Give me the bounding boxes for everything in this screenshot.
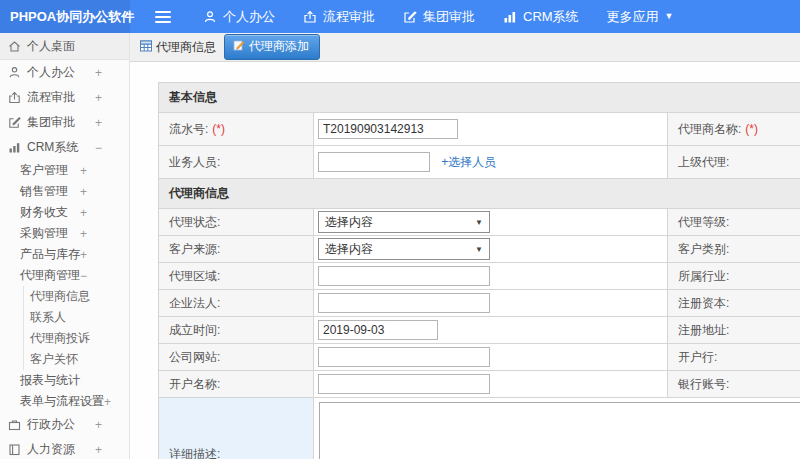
sidebar-item-hr[interactable]: 人力资源 + xyxy=(0,437,129,459)
serial-input[interactable] xyxy=(318,119,458,139)
sidebar-item-purchasing[interactable]: 采购管理 + xyxy=(0,223,129,244)
choose-staff-link[interactable]: +选择人员 xyxy=(441,155,496,169)
sidebar-item-reports-stats[interactable]: 报表与统计 xyxy=(0,370,129,391)
staff-input[interactable] xyxy=(318,152,430,172)
nav-crm-system[interactable]: CRM系统 xyxy=(503,8,579,26)
agent-grade-label: 代理等级: xyxy=(668,209,800,236)
serial-label: 流水号:(*) xyxy=(159,113,314,146)
agent-region-label: 代理区域: xyxy=(159,263,314,290)
agent-status-select[interactable]: 选择内容 ▼ xyxy=(318,211,490,233)
home-icon xyxy=(8,40,21,53)
top-navigation: 个人办公 流程审批 集团审批 CRM系统 更多应用 ▼ xyxy=(203,8,702,26)
nav-more-apps[interactable]: 更多应用 ▼ xyxy=(607,8,674,26)
registered-capital-label: 注册资本: xyxy=(668,290,800,317)
description-textarea[interactable] xyxy=(319,402,800,459)
bank-account-label: 银行账号: xyxy=(668,371,800,398)
sidebar-item-crm-system[interactable]: CRM系统 − xyxy=(0,135,129,160)
legal-person-label: 企业法人: xyxy=(159,290,314,317)
edit-icon xyxy=(8,116,21,129)
section-header-agent-info: 代理商信息 xyxy=(159,179,800,209)
sidebar-item-agent-complaints[interactable]: 代理商投诉 xyxy=(0,328,129,349)
edit-add-icon xyxy=(233,39,245,54)
sidebar-item-group-approval[interactable]: 集团审批 + xyxy=(0,110,129,135)
share-icon xyxy=(303,10,317,24)
tab-agent-info[interactable]: 代理商信息 xyxy=(140,39,216,56)
app-logo: PHPOA协同办公软件 xyxy=(0,0,130,33)
parent-agent-label: 上级代理: xyxy=(668,146,800,179)
agent-status-label: 代理状态: xyxy=(159,209,314,236)
description-label: 详细描述: xyxy=(159,398,314,459)
registered-address-label: 注册地址: xyxy=(668,317,800,344)
hamburger-menu-icon[interactable] xyxy=(155,8,171,26)
caret-down-icon: ▼ xyxy=(665,12,674,21)
agent-name-label: 代理商名称:(*) xyxy=(668,113,800,146)
sidebar-item-products-inventory[interactable]: 产品与库存 + xyxy=(0,244,129,265)
agent-region-input[interactable] xyxy=(318,266,490,286)
sidebar-item-contacts[interactable]: 联系人 xyxy=(0,307,129,328)
legal-person-input[interactable] xyxy=(318,293,490,313)
caret-down-icon: ▼ xyxy=(475,245,483,254)
chart-icon xyxy=(503,10,517,24)
topbar: PHPOA协同办公软件 个人办公 流程审批 集团审批 CRM系统 更多应用 ▼ xyxy=(0,0,800,33)
sidebar: 个人桌面 个人办公 + 流程审批 + 集团审批 + CRM系统 − 客户管理 +… xyxy=(0,33,130,459)
user-icon xyxy=(203,10,217,24)
briefcase-icon xyxy=(8,418,21,431)
account-name-label: 开户名称: xyxy=(159,371,314,398)
nav-workflow-approval[interactable]: 流程审批 xyxy=(303,8,375,26)
sidebar-item-finance[interactable]: 财务收支 + xyxy=(0,202,129,223)
sidebar-item-customer-mgmt[interactable]: 客户管理 + xyxy=(0,160,129,181)
customer-source-select[interactable]: 选择内容 ▼ xyxy=(318,238,490,260)
required-marker: (*) xyxy=(212,122,225,136)
customer-source-label: 客户来源: xyxy=(159,236,314,263)
section-header-basic-info: 基本信息 xyxy=(159,83,800,113)
nav-group-approval[interactable]: 集团审批 xyxy=(403,8,475,26)
sidebar-item-personal-office[interactable]: 个人办公 + xyxy=(0,60,129,85)
book-icon xyxy=(8,443,21,456)
staff-label: 业务人员: xyxy=(159,146,314,179)
bank-label: 开户行: xyxy=(668,344,800,371)
sidebar-item-agent-info[interactable]: 代理商信息 xyxy=(0,286,129,307)
user-icon xyxy=(8,66,21,79)
sidebar-item-admin-office[interactable]: 行政办公 + xyxy=(0,412,129,437)
account-name-input[interactable] xyxy=(318,374,490,394)
agent-add-form: 基本信息 流水号:(*) 代理商名称:(*) 业务人员: xyxy=(158,82,800,459)
share-icon xyxy=(8,91,21,104)
industry-label: 所属行业: xyxy=(668,263,800,290)
sidebar-item-workflow-approval[interactable]: 流程审批 + xyxy=(0,85,129,110)
sidebar-item-form-workflow-settings[interactable]: 表单与流程设置 + xyxy=(0,391,129,412)
edit-icon xyxy=(403,10,417,24)
caret-down-icon: ▼ xyxy=(475,218,483,227)
nav-personal-office[interactable]: 个人办公 xyxy=(203,8,275,26)
sidebar-item-customer-care[interactable]: 客户关怀 xyxy=(0,349,129,370)
main-content: 代理商信息 代理商添加 基本信息 流水号:(*) xyxy=(130,33,800,459)
founded-date-label: 成立时间: xyxy=(159,317,314,344)
sidebar-item-agent-mgmt[interactable]: 代理商管理 − xyxy=(0,265,129,286)
tab-strip: 代理商信息 代理商添加 xyxy=(130,33,800,62)
website-input[interactable] xyxy=(318,347,490,367)
table-icon xyxy=(140,40,152,55)
sidebar-item-desktop[interactable]: 个人桌面 xyxy=(0,33,129,60)
tab-agent-add[interactable]: 代理商添加 xyxy=(224,34,320,60)
chart-icon xyxy=(8,141,21,154)
required-marker: (*) xyxy=(745,122,758,136)
sidebar-item-sales-mgmt[interactable]: 销售管理 + xyxy=(0,181,129,202)
website-label: 公司网站: xyxy=(159,344,314,371)
customer-category-label: 客户类别: xyxy=(668,236,800,263)
founded-date-input[interactable] xyxy=(318,320,438,340)
